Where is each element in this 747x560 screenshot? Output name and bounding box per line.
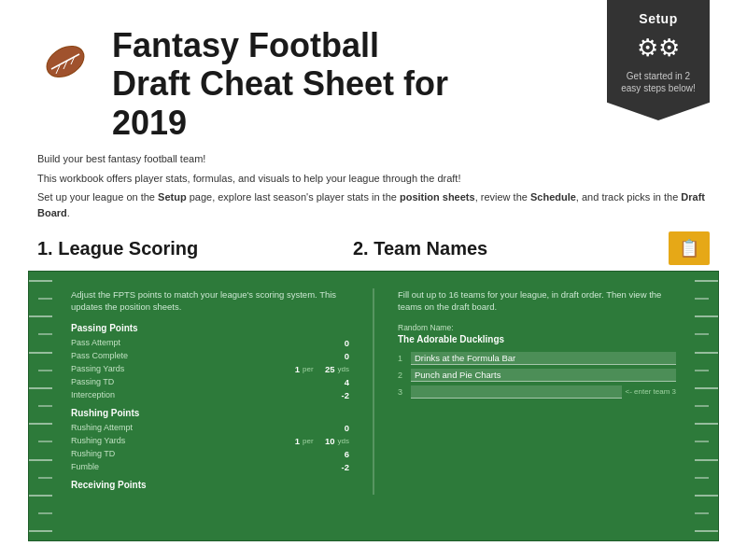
yard-mark [38,333,52,335]
field-columns: Adjust the FPTS points to match your lea… [52,281,695,502]
receiving-points-category: Receiving Points [71,480,349,490]
rushing-yards-row: Rushing Yards 1 per 10 yds [71,436,349,446]
setup-badge-description: Get started in 2 easy steps below! [616,70,700,94]
yard-mark [29,495,52,497]
random-name-value: The Adorable Ducklings [398,334,676,344]
section-title-league-scoring: 1. League Scoring [37,238,353,259]
page: Fantasy Football Draft Cheat Sheet for 2… [0,0,747,560]
setup-link[interactable]: Setup [158,191,187,203]
passing-yards-row: Passing Yards 1 per 25 yds [71,364,349,374]
description-line1: Build your best fantasy football team! [37,151,710,167]
yard-mark [695,441,709,442]
schedule-link[interactable]: Schedule [530,191,576,203]
rushing-td-row: Rushing TD 6 [71,449,349,459]
yard-mark [695,352,718,354]
passing-points-category: Passing Points [71,323,349,333]
rushing-attempt-row: Rushing Attempt 0 [71,423,349,433]
yard-mark [695,423,718,425]
football-field: Adjust the FPTS points to match your lea… [28,271,719,541]
rushing-yards-label: Rushing Yards [71,436,281,445]
team-3-entry: 3 <- enter team 3 [398,385,676,399]
yard-mark [38,298,52,300]
yard-mark [695,298,709,300]
header: Fantasy Football Draft Cheat Sheet for 2… [0,0,747,151]
yard-mark [29,352,52,354]
yard-mark [38,512,52,514]
rushing-td-value[interactable]: 6 [331,449,349,459]
rushing-td-label: Rushing TD [71,449,331,458]
pass-attempt-row: Pass Attempt 0 [71,338,349,348]
team-names-column: Fill out up to 16 teams for your league,… [379,288,695,495]
rushing-yards-per: per [303,437,314,445]
rushing-attempt-value[interactable]: 0 [331,423,349,433]
yard-mark [29,530,52,532]
rushing-yards-unit: yds [338,437,349,445]
fumble-label: Fumble [71,462,331,471]
yard-lines-right [695,272,718,540]
page-title: Fantasy Football Draft Cheat Sheet for 2… [112,26,448,142]
fumble-value[interactable]: -2 [331,462,349,472]
passing-yards-unit: yds [338,365,349,373]
draft-board-link[interactable]: Draft Board [37,191,705,218]
field-divider [373,288,374,495]
yard-mark [29,459,52,461]
passing-yards-per: per [303,365,314,373]
random-name-label: Random Name: [398,323,676,332]
yard-mark [29,423,52,425]
passing-td-value[interactable]: 4 [331,377,349,387]
fumble-row: Fumble -2 [71,462,349,472]
rushing-attempt-label: Rushing Attempt [71,423,331,432]
gear-icon: ⚙⚙ [637,34,680,63]
section-title-team-names: 2. Team Names [353,238,669,259]
yard-mark [695,387,718,389]
draft-board-icon: 📋 [679,238,699,259]
description-block: Build your best fantasy football team! T… [0,151,747,231]
yard-lines-left [29,272,52,540]
pass-complete-value[interactable]: 0 [331,351,349,361]
interception-row: Interception -2 [71,390,349,400]
yard-mark [695,315,718,317]
yard-mark [695,333,709,335]
football-icon [37,34,93,90]
team-3-input[interactable] [411,385,622,399]
yard-mark [695,530,718,532]
setup-badge[interactable]: Setup ⚙⚙ Get started in 2 easy steps bel… [607,0,710,120]
passing-td-row: Passing TD 4 [71,377,349,387]
team-2-input[interactable] [411,369,676,382]
interception-value[interactable]: -2 [331,390,349,400]
team-2-number: 2 [398,371,411,380]
title-block: Fantasy Football Draft Cheat Sheet for 2… [112,26,448,142]
passing-yards-value[interactable]: 1 [281,364,300,374]
rushing-points-category: Rushing Points [71,408,349,418]
yard-mark [29,315,52,317]
team-3-number: 3 [398,387,411,397]
team-1-input[interactable] [411,352,676,365]
yard-mark [695,405,709,407]
yard-mark [695,459,718,461]
yard-mark [38,405,52,407]
league-scoring-column: Adjust the FPTS points to match your lea… [52,288,368,495]
team-1-number: 1 [398,354,411,363]
yard-mark [695,280,718,282]
passing-td-label: Passing TD [71,377,331,386]
yard-mark [38,441,52,442]
rushing-yards-value[interactable]: 1 [281,436,300,446]
rushing-yards-per-value[interactable]: 10 [317,436,335,446]
draft-board-button[interactable]: 📋 [669,231,710,265]
team-3-hint: <- enter team 3 [626,387,676,396]
yard-mark [695,370,709,371]
position-sheets-link[interactable]: position sheets [400,191,475,203]
pass-attempt-value[interactable]: 0 [331,338,349,348]
pass-attempt-label: Pass Attempt [71,338,331,347]
team-2-entry: 2 [398,369,676,382]
team-1-entry: 1 [398,352,676,365]
interception-label: Interception [71,390,331,399]
yard-mark [38,370,52,371]
yard-mark [29,387,52,389]
passing-yards-per-value[interactable]: 25 [317,364,335,374]
pass-complete-label: Pass Complete [71,351,331,360]
yard-mark [38,477,52,479]
league-scoring-desc: Adjust the FPTS points to match your lea… [71,288,349,314]
passing-yards-label: Passing Yards [71,364,281,373]
yard-mark [695,495,718,497]
